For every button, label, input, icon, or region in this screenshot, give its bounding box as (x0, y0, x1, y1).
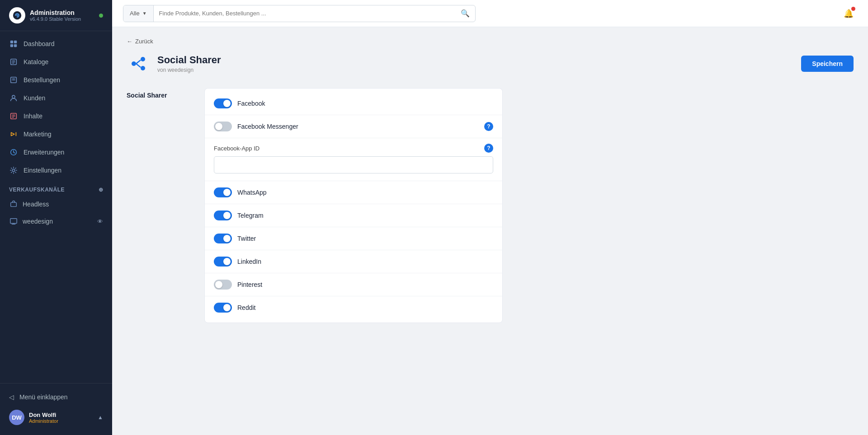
whatsapp-toggle-track (214, 187, 232, 197)
sidebar-item-marketing[interactable]: Marketing (0, 125, 112, 143)
sidebar-item-kunden[interactable]: Kunden (0, 89, 112, 107)
visibility-icon[interactable]: 👁 (97, 218, 103, 225)
page-title: Social Sharer (157, 54, 221, 66)
reddit-label: Reddit (237, 304, 255, 311)
catalog-icon (9, 57, 18, 66)
verkaufskanaele-section: Verkaufskanäle ⊕ (0, 179, 112, 196)
sidebar-item-erweiterungen[interactable]: Erweiterungen (0, 143, 112, 161)
page-title-block: Social Sharer von weedesign (157, 54, 221, 73)
facebook-app-id-label: Facebook-App ID (214, 145, 259, 152)
extensions-icon (9, 148, 18, 157)
collapse-menu-button[interactable]: ◁ Menü einklappen (0, 389, 112, 405)
twitter-toggle-thumb (223, 235, 231, 242)
user-name: Don Wolfi (29, 412, 93, 418)
telegram-label: Telegram (237, 212, 264, 219)
sidebar-header: Administration v6.4.9.0 Stable Version (0, 0, 112, 31)
facebook-app-id-section: Facebook-App ID ? (205, 138, 502, 181)
reddit-row-left: Reddit (214, 303, 255, 313)
headless-icon (9, 200, 18, 209)
add-channel-button[interactable]: ⊕ (99, 187, 104, 193)
svg-point-8 (12, 95, 15, 98)
facebook-messenger-label: Facebook Messenger (237, 123, 298, 130)
facebook-toggle[interactable] (214, 98, 232, 108)
page-subtitle: von weedesign (157, 67, 221, 73)
dashboard-icon (9, 39, 18, 48)
content-icon (9, 112, 18, 121)
topbar: Alle ▼ 🔍 🔔 (112, 0, 868, 27)
collapse-label: Menü einklappen (19, 393, 68, 401)
search-container: Alle ▼ 🔍 (123, 5, 476, 22)
facebook-app-id-label-row: Facebook-App ID ? (214, 144, 493, 153)
twitter-toggle[interactable] (214, 234, 232, 243)
whatsapp-row: WhatsApp (205, 181, 502, 204)
svg-point-15 (141, 57, 145, 61)
pinterest-label: Pinterest (237, 281, 262, 288)
main-area: Alle ▼ 🔍 🔔 ← Zurück (112, 0, 868, 435)
customers-icon (9, 94, 18, 103)
linkedin-toggle-thumb (223, 258, 231, 265)
reddit-toggle[interactable] (214, 303, 232, 313)
save-button[interactable]: Speichern (801, 56, 854, 72)
search-input[interactable] (154, 10, 455, 17)
settings-icon (9, 166, 18, 175)
notification-badge (851, 7, 855, 11)
sidebar-channel-label: Headless (23, 201, 49, 208)
telegram-row-left: Telegram (214, 210, 264, 220)
sidebar-item-weedesign[interactable]: weedesign 👁 (0, 213, 112, 230)
whatsapp-toggle[interactable] (214, 187, 232, 197)
sidebar: Administration v6.4.9.0 Stable Version D… (0, 0, 112, 435)
layout-row: Social Sharer Facebook (127, 88, 854, 323)
facebook-row: Facebook (205, 92, 502, 115)
plugin-icon (127, 52, 150, 75)
reddit-row: Reddit (205, 296, 502, 319)
facebook-label: Facebook (237, 100, 265, 107)
sidebar-item-inhalte[interactable]: Inhalte (0, 107, 112, 125)
sidebar-item-headless[interactable]: Headless (0, 196, 112, 213)
facebook-messenger-toggle-thumb (215, 123, 222, 130)
orders-icon (9, 75, 18, 84)
back-link[interactable]: ← Zurück (127, 38, 854, 45)
verkaufskanaele-label: Verkaufskanäle (9, 187, 65, 193)
linkedin-toggle[interactable] (214, 257, 232, 267)
svg-rect-5 (14, 44, 17, 47)
facebook-app-id-input[interactable] (214, 156, 493, 173)
svg-point-1 (16, 14, 18, 16)
page-header-left: Social Sharer von weedesign (127, 52, 221, 75)
facebook-app-id-help-icon[interactable]: ? (484, 144, 493, 153)
notification-button[interactable]: 🔔 (840, 5, 857, 22)
whatsapp-toggle-thumb (223, 189, 231, 196)
svg-rect-13 (10, 219, 17, 224)
facebook-toggle-track (214, 98, 232, 108)
content-area: ← Zurück Social Sharer von weedesign (112, 27, 868, 435)
facebook-row-left: Facebook (214, 98, 265, 108)
telegram-toggle[interactable] (214, 210, 232, 220)
twitter-row: Twitter (205, 227, 502, 250)
sidebar-item-label: Kunden (24, 94, 45, 102)
avatar: DW (9, 410, 24, 425)
search-button[interactable]: 🔍 (455, 5, 475, 22)
online-indicator (99, 14, 103, 18)
user-role: Administrator (29, 418, 93, 424)
svg-line-18 (136, 64, 141, 67)
facebook-messenger-toggle[interactable] (214, 122, 232, 131)
user-info: Don Wolfi Administrator (29, 412, 93, 424)
filter-label: Alle (130, 10, 140, 17)
sidebar-item-dashboard[interactable]: Dashboard (0, 35, 112, 53)
pinterest-toggle[interactable] (214, 280, 232, 290)
facebook-toggle-thumb (223, 100, 231, 107)
svg-point-14 (132, 61, 136, 66)
sidebar-nav: Dashboard Kataloge Bestellungen Kunden (0, 31, 112, 383)
svg-point-16 (141, 66, 145, 70)
sidebar-channel-label: weedesign (23, 218, 53, 225)
search-icon: 🔍 (461, 9, 470, 17)
back-label: Zurück (135, 38, 153, 45)
telegram-toggle-thumb (223, 212, 231, 219)
sidebar-item-einstellungen[interactable]: Einstellungen (0, 161, 112, 179)
user-area[interactable]: DW Don Wolfi Administrator ▲ (0, 405, 112, 430)
settings-panel: Facebook Facebook Messenger ? (204, 88, 503, 323)
sidebar-item-kataloge[interactable]: Kataloge (0, 53, 112, 71)
search-filter-button[interactable]: Alle ▼ (123, 5, 154, 22)
reddit-toggle-track (214, 303, 232, 313)
sidebar-item-bestellungen[interactable]: Bestellungen (0, 71, 112, 89)
facebook-messenger-help-icon[interactable]: ? (484, 122, 493, 131)
